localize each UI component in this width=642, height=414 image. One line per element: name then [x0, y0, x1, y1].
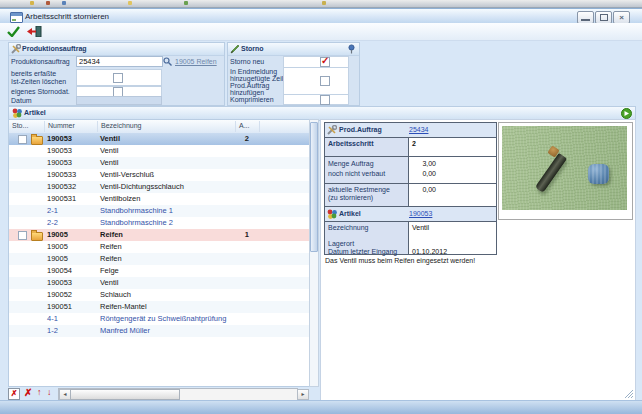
column-header-nummer[interactable]: Nummer — [48, 122, 75, 129]
table-row[interactable]: 190053Ventil — [9, 277, 309, 289]
restmenge-row: aktuelle Restmenge (zu stornieren) 0,00 — [325, 183, 496, 206]
table-row[interactable]: 1900533Ventil-Verschluß — [9, 169, 309, 181]
artikel-link[interactable]: 190053 — [409, 210, 432, 217]
move-down-icon[interactable]: ↓ — [47, 387, 52, 397]
valve-cap-image — [588, 164, 609, 184]
arbeitsschritt-value: 2 — [409, 138, 496, 156]
produktionsauftrag-input[interactable] — [76, 56, 163, 67]
endmeldung-checkbox[interactable] — [320, 76, 330, 86]
parent-toolbar-sliver — [0, 0, 642, 8]
confirm-button[interactable] — [7, 26, 20, 37]
auftrag-link[interactable]: 19005 Reifen — [175, 58, 217, 65]
table-row[interactable]: 2-2Standbohrmaschine 2 — [9, 217, 309, 229]
pin-icon[interactable] — [347, 44, 356, 54]
artikel-photo — [502, 126, 627, 210]
arbeitsschritt-label: Arbeitsschritt — [325, 138, 409, 156]
table-row[interactable]: 190054Felge — [9, 265, 309, 277]
row-bezeichnung: Ventil — [100, 157, 118, 169]
table-row[interactable]: 19005Reifen — [9, 253, 309, 265]
restmenge-value: 0,00 — [412, 186, 436, 194]
row-storno-checkbox[interactable] — [18, 231, 27, 240]
prod-auftrag-header-row: Prod.Auftrag 25434 — [325, 123, 496, 137]
ist-zeiten-label: bereits erfaßte Ist-Zeiten löschen — [11, 70, 66, 86]
column-header-storno[interactable]: Sto... — [12, 122, 28, 129]
storno-neu-checkbox[interactable] — [320, 57, 330, 67]
green-arrow-icon — [621, 108, 632, 119]
bezeichnung-row: Bezeichnung Lagerort Datum letzter Einga… — [325, 221, 496, 254]
horizontal-scrollbar-thumb[interactable] — [70, 389, 180, 400]
move-up-icon[interactable]: ↑ — [37, 387, 42, 397]
komprimieren-checkbox[interactable] — [320, 95, 330, 105]
row-bezeichnung: Röntgengerät zu Schweißnahtprüfung — [100, 313, 226, 325]
row-bezeichnung: Reifen — [100, 241, 122, 253]
row-nummer: 2-2 — [47, 217, 58, 229]
table-row[interactable]: 19005Reifen — [9, 241, 309, 253]
search-icon[interactable] — [163, 57, 172, 66]
vertical-scrollbar-thumb[interactable] — [310, 122, 318, 252]
produktionsauftrag-group: Produktionsauftrag Produktionsauftrag 19… — [8, 42, 225, 106]
table-row[interactable]: 1900531Ventilbolzen — [9, 193, 309, 205]
toolbar-icon-fragment — [322, 1, 326, 5]
arbeitsschritt-row: Arbeitsschritt 2 — [325, 137, 496, 156]
pencil-icon — [230, 44, 240, 54]
row-bezeichnung: Ventil-Dichtungsschlauch — [100, 181, 184, 193]
scroll-right-arrow[interactable]: ► — [297, 389, 309, 400]
stornodat-label: eigenes Stornodat. — [11, 88, 70, 96]
exit-button[interactable] — [27, 26, 42, 37]
produktionsauftrag-group-header: Produktionsauftrag — [9, 43, 224, 56]
resize-grip[interactable] — [625, 390, 633, 398]
column-separator — [97, 121, 98, 132]
storno-neu-label: Storno neu — [230, 58, 264, 66]
window-title: Arbeitsschritt stornieren — [25, 12, 109, 21]
window-bottom-frame — [0, 400, 642, 414]
table-row[interactable]: 190053Ventil — [9, 145, 309, 157]
bezeichnung-label: Bezeichnung — [328, 224, 408, 232]
column-header-bezeichnung[interactable]: Bezeichnung — [101, 122, 141, 129]
row-nummer: 1-2 — [47, 325, 58, 337]
application-window: Arbeitsschritt stornieren × — [0, 0, 642, 414]
table-row[interactable]: 4-1Röntgengerät zu Schweißnahtprüfung — [9, 313, 309, 325]
toolbar-icon-fragment — [184, 1, 188, 5]
folder-icon — [31, 232, 43, 241]
table-row[interactable]: 1-2Manfred Müller — [9, 325, 309, 337]
row-anzahl: 2 — [227, 133, 249, 145]
row-nummer: 19005 — [47, 253, 68, 265]
column-header-anzahl[interactable]: A... — [239, 122, 250, 129]
row-nummer: 190053 — [47, 277, 72, 289]
row-bezeichnung: Ventil — [100, 133, 120, 145]
table-row[interactable]: 19005Reifen1 — [9, 229, 309, 241]
datum-field — [76, 96, 162, 105]
table-row[interactable]: 190053Ventil2 — [9, 133, 309, 145]
row-bezeichnung: Manfred Müller — [100, 325, 150, 337]
storno-group: Storno Storno neu In Endmeldung hinzugef… — [227, 42, 360, 106]
row-nummer: 4-1 — [47, 313, 58, 325]
row-storno-checkbox[interactable] — [18, 135, 27, 144]
row-bezeichnung: Standbohrmaschine 1 — [100, 205, 173, 217]
exit-door-icon — [27, 26, 42, 37]
row-bezeichnung: Reifen — [100, 229, 123, 241]
row-bezeichnung: Reifen-Mantel — [100, 301, 147, 313]
lagerort-label: Lagerort — [328, 240, 408, 248]
komprimieren-label: Komprimieren — [230, 96, 274, 104]
window-titlebar[interactable]: Arbeitsschritt stornieren × — [0, 8, 642, 24]
table-row[interactable]: 190051Reifen-Mantel — [9, 301, 309, 313]
delete-icon[interactable]: ✗ — [24, 387, 32, 398]
minimize-icon — [578, 12, 593, 23]
clear-storno-checkbox-icon[interactable]: ✗ — [8, 388, 20, 400]
artikel-table-header[interactable]: Sto... Nummer Bezeichnung A... — [9, 120, 309, 134]
table-row[interactable]: 190053Ventil — [9, 157, 309, 169]
table-row[interactable]: 2-1Standbohrmaschine 1 — [9, 205, 309, 217]
ist-zeiten-checkbox[interactable] — [113, 73, 123, 83]
row-anzahl: 1 — [227, 229, 249, 241]
row-nummer: 19005 — [47, 229, 68, 241]
table-vertical-scrollbar[interactable] — [309, 119, 319, 387]
artikel-header: Artikel — [339, 210, 361, 217]
table-row[interactable]: 190052Schlauch — [9, 289, 309, 301]
go-button[interactable] — [621, 108, 632, 119]
row-nummer: 190051 — [47, 301, 72, 313]
artikel-icon — [327, 209, 337, 219]
table-row[interactable]: 1900532Ventil-Dichtungsschlauch — [9, 181, 309, 193]
prod-auftrag-link[interactable]: 25434 — [409, 126, 428, 133]
toolbar-icon-fragment — [62, 1, 66, 5]
row-nummer: 19005 — [47, 241, 68, 253]
